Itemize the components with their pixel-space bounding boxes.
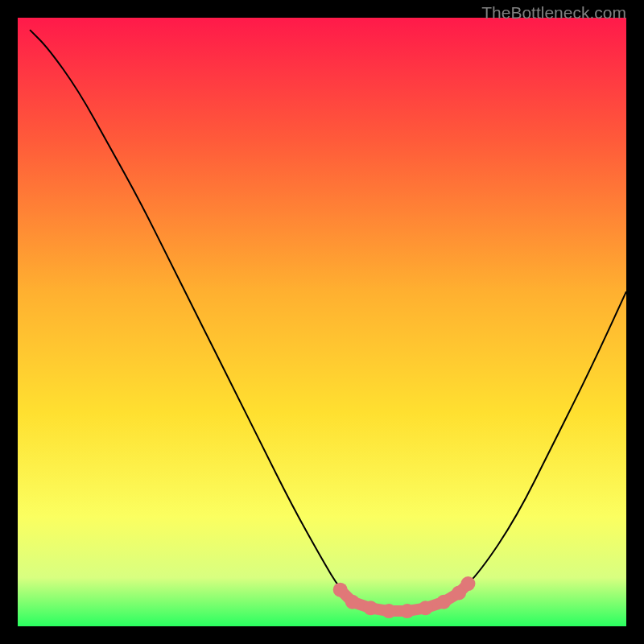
svg-point-4: [400, 604, 415, 618]
chart-container: TheBottleneck.com: [0, 0, 644, 644]
svg-point-5: [419, 601, 433, 615]
svg-point-1: [345, 595, 360, 609]
svg-point-6: [436, 595, 451, 609]
watermark-text: TheBottleneck.com: [481, 3, 626, 23]
svg-point-0: [333, 583, 348, 597]
svg-point-2: [363, 601, 378, 615]
svg-point-8: [460, 576, 475, 591]
svg-point-3: [382, 604, 396, 618]
gradient-background: [18, 18, 626, 626]
plot-area: [18, 18, 626, 626]
chart-svg: [18, 18, 626, 626]
